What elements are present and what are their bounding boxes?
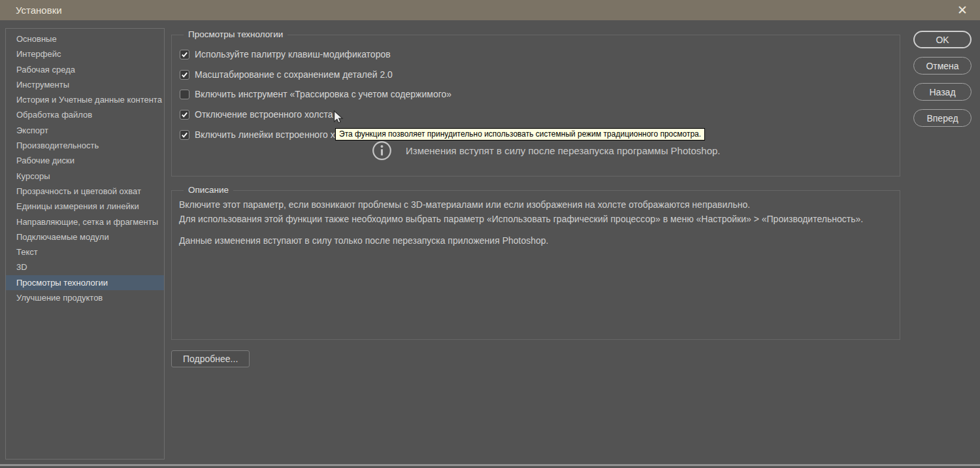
cancel-button[interactable]: Отмена (913, 57, 972, 75)
close-icon[interactable]: ✕ (951, 0, 973, 20)
sidebar-item-history-content[interactable]: История и Учетные данные контента (6, 92, 164, 107)
tooltip: Эта функция позволяет принудительно испо… (335, 128, 705, 141)
checkbox-label: Включить инструмент «Трассировка с учето… (195, 89, 451, 99)
checkbox-label: Используйте палитру клавиш-модификаторов (195, 49, 391, 59)
checkbox-label: Отключение встроенного холста (195, 109, 333, 120)
checkbox-row-modifier-keys-palette[interactable]: Используйте палитру клавиш-модификаторов (180, 49, 391, 59)
checkbox-label: Включить линейки встроенного холста (195, 129, 359, 140)
restart-note-text: Изменения вступят в силу после перезапус… (406, 145, 721, 156)
sidebar-item-units-rulers[interactable]: Единицы измерения и линейки (6, 199, 164, 214)
dialog-bottom-edge (0, 464, 980, 466)
sidebar-item-scratch-disks[interactable]: Рабочие диски (6, 153, 164, 168)
technology-previews-group: Просмотры технологии Используйте палитру… (171, 35, 900, 176)
sidebar-item-technology-previews[interactable]: Просмотры технологии (6, 275, 164, 290)
sidebar-item-cursors[interactable]: Курсоры (6, 169, 164, 184)
mouse-cursor-icon (331, 110, 346, 127)
description-line: Включите этот параметр, если возникают п… (179, 199, 750, 210)
sidebar-item-type[interactable]: Текст (6, 244, 164, 259)
sidebar-item-interface[interactable]: Интерфейс (6, 46, 164, 61)
checkbox-unchecked[interactable] (180, 90, 189, 99)
sidebar-item-tools[interactable]: Инструменты (6, 77, 164, 92)
checkbox-row-preserve-details-2[interactable]: Масштабирование с сохранением деталей 2.… (180, 69, 393, 80)
group-legend: Описание (184, 185, 233, 195)
sidebar-item-export[interactable]: Экспорт (6, 123, 164, 138)
check-icon (181, 71, 188, 78)
checkbox-row-deactivate-native-canvas[interactable]: Отключение встроенного холста (180, 109, 333, 120)
back-button[interactable]: Назад (913, 83, 972, 101)
description-line: Данные изменения вступают в силу только … (179, 235, 548, 246)
title-bar: Установки ✕ (0, 0, 980, 20)
sidebar-item-workspace[interactable]: Рабочая среда (6, 62, 164, 77)
sidebar-item-guides-grid-slices[interactable]: Направляющие, сетка и фрагменты (6, 214, 164, 229)
sidebar-item-product-improvement[interactable]: Улучшение продуктов (6, 290, 164, 305)
sidebar-item-plugins[interactable]: Подключаемые модули (6, 229, 164, 244)
forward-button[interactable]: Вперед (913, 109, 972, 127)
checkbox-row-content-aware-tracing[interactable]: Включить инструмент «Трассировка с учето… (180, 89, 451, 99)
check-icon (181, 111, 188, 118)
more-info-button[interactable]: Подробнее... (171, 350, 250, 367)
description-group: Описание Включите этот параметр, если во… (171, 190, 900, 340)
sidebar-item-general[interactable]: Основные (6, 31, 164, 46)
check-icon (181, 131, 188, 139)
dialog-title: Установки (16, 5, 62, 16)
ok-button[interactable]: OK (913, 31, 972, 48)
sidebar-item-3d[interactable]: 3D (6, 259, 164, 275)
sidebar-item-transparency-gamut[interactable]: Прозрачность и цветовой охват (6, 184, 164, 199)
checkbox-checked[interactable] (180, 110, 189, 120)
checkbox-checked[interactable] (180, 70, 189, 80)
restart-note-row: Изменения вступят в силу после перезапус… (372, 141, 721, 161)
checkbox-checked[interactable] (180, 130, 189, 140)
group-legend: Просмотры технологии (184, 29, 287, 39)
sidebar-item-performance[interactable]: Производительность (6, 138, 164, 153)
checkbox-checked[interactable] (180, 50, 189, 59)
check-icon (181, 51, 188, 58)
info-icon (372, 141, 392, 161)
sidebar-item-file-handling[interactable]: Обработка файлов (6, 107, 164, 122)
description-line: Для использования этой функции также нео… (179, 214, 863, 224)
checkbox-row-native-canvas-rulers[interactable]: Включить линейки встроенного холста (180, 129, 359, 140)
checkbox-label: Масштабирование с сохранением деталей 2.… (195, 69, 393, 80)
preferences-sidebar: Основные Интерфейс Рабочая среда Инструм… (5, 28, 165, 460)
